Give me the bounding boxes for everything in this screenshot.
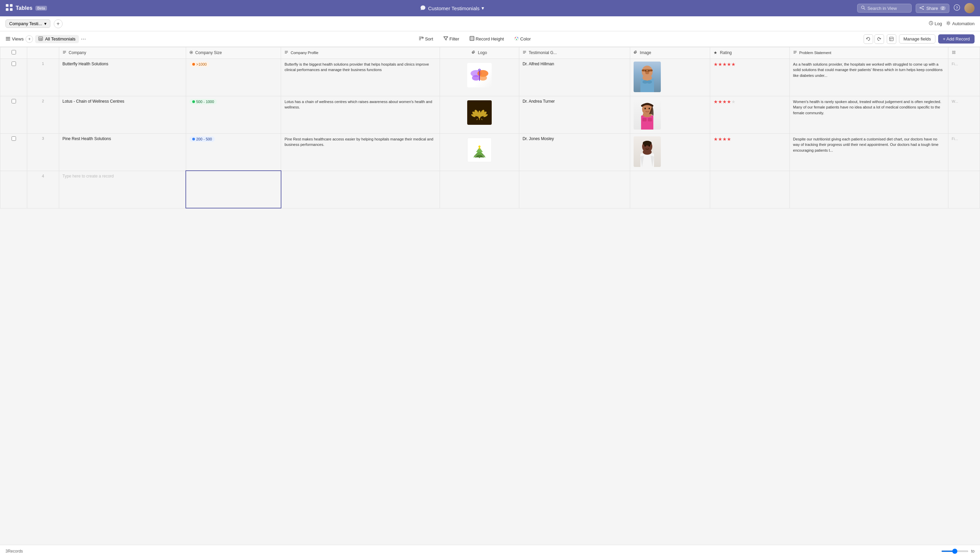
row-3-logo[interactable] xyxy=(439,133,519,171)
row-2-image[interactable] xyxy=(630,96,710,133)
row-2-problem[interactable]: Women's health is rarely spoken about, t… xyxy=(789,96,948,133)
add-tab-button[interactable]: + xyxy=(54,20,63,28)
avatar[interactable] xyxy=(964,3,975,13)
profile-col-label: Company Profile xyxy=(291,50,318,55)
row-2-testimonial[interactable]: Dr. Andrea Turner xyxy=(519,96,630,133)
row-3-image[interactable] xyxy=(630,133,710,171)
data-table: Company Company Size xyxy=(0,47,980,208)
row-4-rating[interactable] xyxy=(710,171,789,208)
row-4-profile[interactable] xyxy=(281,171,439,208)
table-row[interactable]: 1 Butterfly Health Solutions >1000 Butte… xyxy=(0,59,980,96)
row-1-image[interactable] xyxy=(630,59,710,96)
redo-button[interactable] xyxy=(874,34,884,44)
logo-column-header[interactable]: Logo xyxy=(439,47,519,59)
undo-button[interactable] xyxy=(864,34,873,44)
row-2-company[interactable]: Lotus - Chain of Wellness Centres xyxy=(59,96,186,133)
row-1-problem[interactable]: As a health solutions provider, the hosp… xyxy=(789,59,948,96)
image-column-header[interactable]: Image xyxy=(630,47,710,59)
log-label: Log xyxy=(935,21,942,26)
filter-button[interactable]: Filter xyxy=(440,34,463,44)
scroll-slider[interactable] xyxy=(941,550,969,552)
add-record-button[interactable]: + Add Record xyxy=(938,34,975,44)
row-3-profile[interactable]: Pine Rest makes healthcare access easier… xyxy=(281,133,439,171)
views-button[interactable]: Views xyxy=(5,36,23,42)
manage-fields-button[interactable]: Manage fields xyxy=(899,34,936,44)
row-2-size[interactable]: 500 - 1000 xyxy=(186,96,281,133)
manage-fields-label: Manage fields xyxy=(903,36,931,41)
row-3-company[interactable]: Pine Rest Health Solutions xyxy=(59,133,186,171)
automation-label: Automation xyxy=(952,21,975,26)
select-all-checkbox[interactable] xyxy=(11,50,16,54)
sort-button[interactable]: Sort xyxy=(415,34,436,44)
row-3-problem[interactable]: Despite our nutritionist giving each pat… xyxy=(789,133,948,171)
row-4-extra[interactable] xyxy=(948,171,980,208)
company-column-header[interactable]: Company xyxy=(59,47,186,59)
row-4-num: 4 xyxy=(27,171,59,208)
attachment-icon xyxy=(472,50,475,54)
row-2-checkbox[interactable] xyxy=(0,96,27,133)
row-3-rating[interactable]: ★★★★ xyxy=(710,133,789,171)
svg-point-89 xyxy=(643,149,652,155)
view-name-label: All Testimonials xyxy=(45,36,75,41)
tab-dropdown[interactable]: Company Testi... ▾ xyxy=(5,20,51,28)
image-col-label: Image xyxy=(640,50,651,55)
row-3-checkbox[interactable] xyxy=(0,133,27,171)
profile-column-header[interactable]: Company Profile xyxy=(281,47,439,59)
problem-column-header[interactable]: Problem Statement xyxy=(789,47,948,59)
help-icon[interactable]: ? xyxy=(954,4,960,12)
row-1-size[interactable]: >1000 xyxy=(186,59,281,96)
share-button[interactable]: Share 2 xyxy=(916,4,949,13)
toolbar-right: Manage fields + Add Record xyxy=(864,34,975,44)
row-4-size[interactable] xyxy=(186,171,281,208)
chevron-down-icon[interactable]: ▾ xyxy=(482,5,484,11)
color-button[interactable]: Color xyxy=(511,34,534,44)
person-image-2 xyxy=(634,99,661,130)
add-view-button[interactable]: + xyxy=(26,35,33,43)
row-1-testimonial[interactable]: Dr. Alfred Hillman xyxy=(519,59,630,96)
current-view[interactable]: All Testimonials xyxy=(35,35,78,43)
search-box[interactable]: Search in View xyxy=(857,4,911,13)
row-4-problem[interactable] xyxy=(789,171,948,208)
row-1-logo[interactable] xyxy=(439,59,519,96)
svg-point-86 xyxy=(479,145,480,148)
subnav-right: Log Automation xyxy=(929,21,975,26)
row-3-testimonial[interactable]: Dr. Jones Mosley xyxy=(519,133,630,171)
row-1-profile[interactable]: Butterfly is the biggest health solution… xyxy=(281,59,439,96)
checkbox-column-header[interactable] xyxy=(0,47,27,59)
table-row[interactable]: 2 Lotus - Chain of Wellness Centres 500 … xyxy=(0,96,980,133)
gear-icon xyxy=(946,21,951,26)
row-4-image[interactable] xyxy=(630,171,710,208)
row-1-checkbox[interactable] xyxy=(0,59,27,96)
svg-rect-20 xyxy=(39,36,43,41)
row-2-profile[interactable]: Lotus has a chain of wellness centres wh… xyxy=(281,96,439,133)
automation-button[interactable]: Automation xyxy=(946,21,975,26)
row-1-extra[interactable]: Fi... xyxy=(948,59,980,96)
svg-line-76 xyxy=(477,119,477,120)
svg-rect-81 xyxy=(642,118,647,121)
view-title[interactable]: Customer Testimonials xyxy=(428,5,479,11)
table-row[interactable]: 3 Pine Rest Health Solutions 200 - 500 P… xyxy=(0,133,980,171)
row-3-size[interactable]: 200 - 500 xyxy=(186,133,281,171)
nav-right: Search in View Share 2 ? xyxy=(857,3,975,13)
size-column-header[interactable]: Company Size xyxy=(186,47,281,59)
record-height-button[interactable]: Record Height xyxy=(466,34,507,44)
fields-icon-button[interactable] xyxy=(887,34,896,44)
row-4-company-input[interactable]: Type here to create a record xyxy=(59,171,186,208)
create-record-row[interactable]: 4 Type here to create a record xyxy=(0,171,980,208)
row-num-column-header xyxy=(27,47,59,59)
search-icon xyxy=(861,5,865,11)
row-2-logo[interactable] xyxy=(439,96,519,133)
more-options-button[interactable]: ··· xyxy=(81,35,86,42)
svg-rect-17 xyxy=(6,37,10,38)
row-2-extra[interactable]: W... xyxy=(948,96,980,133)
row-2-rating[interactable]: ★★★★★ xyxy=(710,96,789,133)
row-4-testimonial[interactable] xyxy=(519,171,630,208)
testimonial-column-header[interactable]: Testimonial G... xyxy=(519,47,630,59)
extra-column-header[interactable] xyxy=(948,47,980,59)
row-1-rating[interactable]: ★★★★★ xyxy=(710,59,789,96)
log-button[interactable]: Log xyxy=(929,21,942,26)
row-3-extra[interactable]: Fi... xyxy=(948,133,980,171)
row-1-company[interactable]: Butterfly Health Solutions xyxy=(59,59,186,96)
rating-column-header[interactable]: ★ Rating xyxy=(710,47,789,59)
row-4-logo[interactable] xyxy=(439,171,519,208)
